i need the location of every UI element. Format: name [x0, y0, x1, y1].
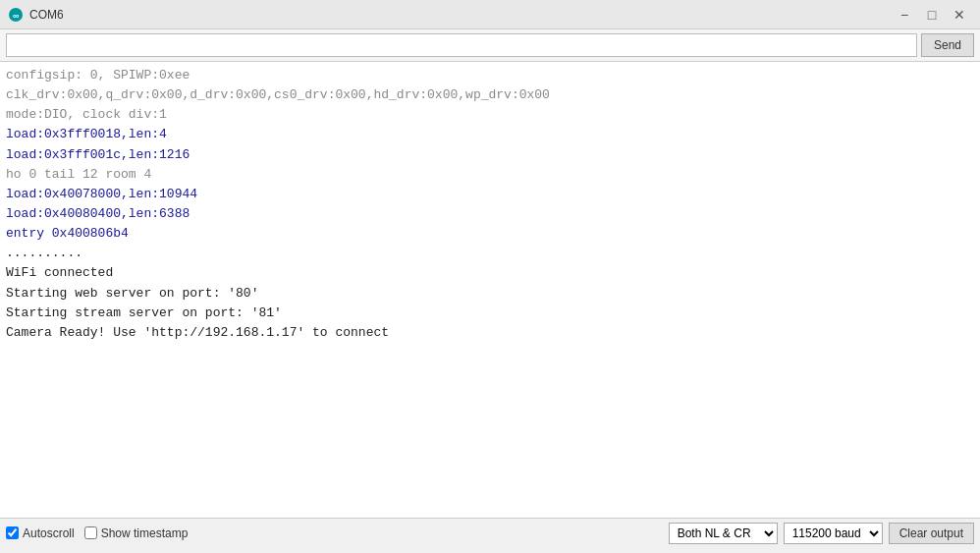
output-line: ho 0 tail 12 room 4 [6, 165, 974, 185]
output-line: Starting web server on port: '80' [6, 284, 974, 304]
output-line: entry 0x400806b4 [6, 224, 974, 244]
clear-output-button[interactable]: Clear output [889, 523, 974, 544]
show-timestamp-label[interactable]: Show timestamp [84, 526, 189, 540]
svg-text:∞: ∞ [13, 11, 20, 21]
output-line: Camera Ready! Use 'http://192.168.1.17' … [6, 323, 974, 343]
output-line: load:0x40080400,len:6388 [6, 204, 974, 224]
message-input[interactable] [6, 33, 917, 57]
show-timestamp-text: Show timestamp [101, 526, 189, 540]
output-line: mode:DIO, clock div:1 [6, 105, 974, 125]
status-bar: Autoscroll Show timestamp No line ending… [0, 518, 980, 547]
close-button[interactable]: ✕ [947, 5, 972, 25]
autoscroll-checkbox[interactable] [6, 526, 19, 539]
show-timestamp-checkbox[interactable] [84, 526, 97, 539]
title-bar: ∞ COM6 − □ ✕ [0, 0, 980, 29]
output-line: WiFi connected [6, 263, 974, 283]
output-line: load:0x3fff0018,len:4 [6, 125, 974, 144]
output-line: load:0x3fff001c,len:1216 [6, 145, 974, 165]
maximize-button[interactable]: □ [919, 5, 945, 25]
baud-rate-select[interactable]: 300 baud1200 baud2400 baud4800 baud9600 … [784, 523, 883, 544]
minimize-button[interactable]: − [892, 5, 917, 25]
output-line: configsip: 0, SPIWP:0xee [6, 66, 974, 85]
output-line: Starting stream server on port: '81' [6, 304, 974, 323]
send-bar: Send [0, 29, 980, 62]
title-bar-left: ∞ COM6 [8, 7, 64, 23]
autoscroll-label[interactable]: Autoscroll [6, 526, 75, 540]
window-title: COM6 [29, 8, 64, 22]
autoscroll-text: Autoscroll [23, 526, 75, 540]
output-line: .......... [6, 244, 974, 263]
arduino-logo-icon: ∞ [8, 7, 24, 23]
status-right: No line endingNewlineCarriage returnBoth… [669, 523, 974, 544]
window-controls: − □ ✕ [892, 5, 972, 25]
serial-output: configsip: 0, SPIWP:0xeeclk_drv:0x00,q_d… [0, 62, 980, 518]
line-ending-select[interactable]: No line endingNewlineCarriage returnBoth… [669, 523, 778, 544]
output-line: load:0x40078000,len:10944 [6, 185, 974, 204]
send-button[interactable]: Send [921, 33, 974, 57]
status-left: Autoscroll Show timestamp [6, 526, 659, 540]
output-line: clk_drv:0x00,q_drv:0x00,d_drv:0x00,cs0_d… [6, 85, 974, 105]
